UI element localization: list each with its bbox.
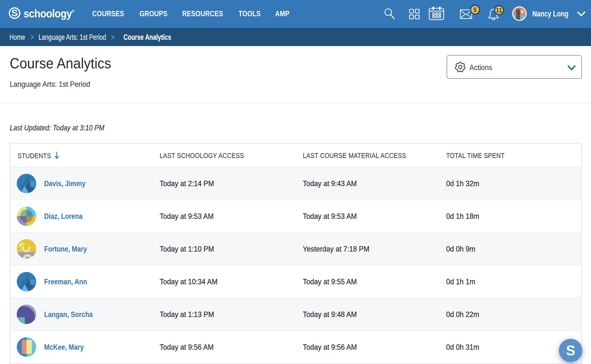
svg-text:S: S — [11, 8, 18, 18]
